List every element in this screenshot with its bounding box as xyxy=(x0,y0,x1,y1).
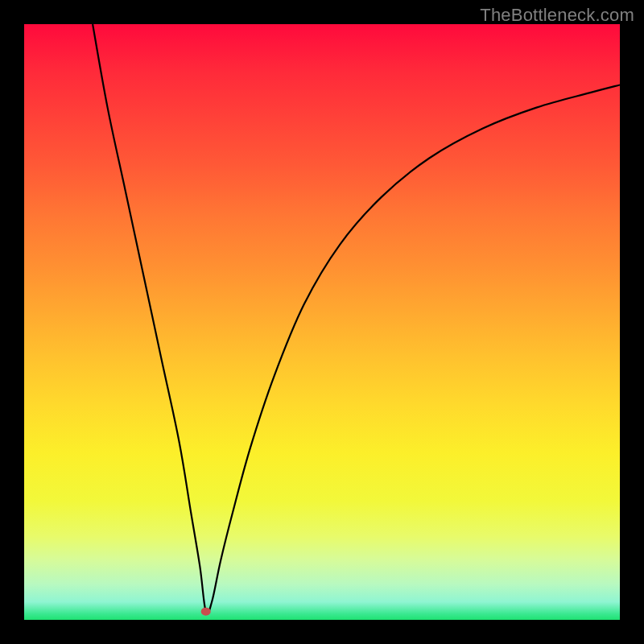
plot-background xyxy=(24,24,620,620)
chart-frame: TheBottleneck.com xyxy=(0,0,644,644)
watermark-text: TheBottleneck.com xyxy=(480,5,634,26)
